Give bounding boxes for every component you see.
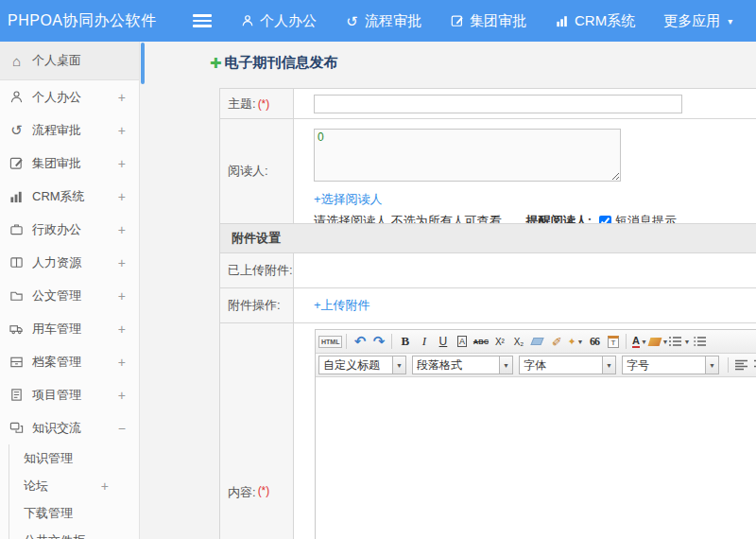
editor-highlight-button[interactable]: ▼ (649, 332, 668, 351)
sidebar-subitem-download-mgmt[interactable]: 下载管理 (9, 499, 139, 527)
top-nav-crm[interactable]: CRM系统 (555, 12, 635, 30)
toolbar-separator (626, 334, 627, 349)
top-nav-label: 集团审批 (470, 12, 526, 30)
editor-editing-area[interactable] (316, 377, 756, 539)
expand-toggle[interactable]: + (118, 222, 126, 237)
editor-paragraph-format-select[interactable]: 段落格式 ▼ (412, 356, 513, 374)
top-nav-workflow-approval[interactable]: ↺ 流程审批 (345, 12, 421, 30)
sidebar-item-personal-office[interactable]: 个人办公 + (0, 80, 139, 113)
editor-font-color-button[interactable]: A▼ (630, 332, 648, 351)
expand-toggle[interactable]: + (118, 388, 126, 403)
editor-toolbar-row2: 自定义标题 ▼ 段落格式 ▼ 字体 ▼ (316, 354, 756, 377)
sidebar-subitem-knowledge-mgmt[interactable]: 知识管理 (9, 444, 139, 472)
top-nav-personal-office[interactable]: 个人办公 (240, 12, 317, 30)
editor-bold-button[interactable]: B (396, 332, 414, 351)
editor-font-family-select[interactable]: 字体 ▼ (519, 356, 616, 374)
top-nav-label: CRM系统 (575, 12, 635, 30)
select-readers-link[interactable]: +选择阅读人 (314, 191, 756, 208)
editor-auto-format-button[interactable]: ✦▼ (566, 332, 584, 351)
chevron-down-icon: ▼ (602, 356, 616, 374)
expand-toggle[interactable]: + (118, 322, 126, 337)
sidebar: ⌂ 个人桌面 个人办公 + ↺ 流程审批 + 集团审批 + (0, 42, 140, 539)
upload-attachment-link[interactable]: +上传附件 (314, 297, 370, 314)
required-mark: (*) (258, 97, 270, 111)
sidebar-item-admin-office[interactable]: 行政办公 + (0, 213, 139, 246)
expand-toggle[interactable]: + (118, 123, 126, 138)
chevron-down-icon: ▼ (577, 339, 584, 345)
bar-chart-icon (555, 14, 569, 28)
archive-box-icon (9, 354, 25, 370)
sidebar-subitem-label: 论坛 (24, 478, 101, 495)
editor-superscript-button[interactable]: X² (490, 332, 508, 351)
sidebar-item-label: 流程审批 (32, 122, 118, 139)
editor-custom-title-select[interactable]: 自定义标题 ▼ (318, 356, 406, 374)
hamburger-menu-button[interactable] (193, 14, 212, 27)
sidebar-subitem-public-file-cabinet[interactable]: 公共文件柜 (9, 527, 139, 539)
editor-toolbar-row1: HTML ↶ ↷ B I U A ABC X² X₂ (316, 330, 756, 354)
editor-font-size-select[interactable]: 字号 ▼ (622, 356, 719, 374)
sidebar-item-workflow-approval[interactable]: ↺ 流程审批 + (0, 113, 139, 147)
sms-notify-checkbox[interactable] (599, 216, 611, 225)
sidebar-item-label: 行政办公 (32, 221, 118, 238)
expand-toggle[interactable]: + (118, 189, 126, 204)
expand-toggle[interactable]: + (118, 90, 126, 105)
sidebar-item-label: 人力资源 (32, 254, 118, 271)
expand-toggle[interactable]: + (118, 156, 126, 171)
publish-form: 主题: (*) 阅读人: 0 +选择阅读人 请选择阅读人,不选为所有人可查看 (219, 88, 756, 539)
user-icon (240, 14, 254, 28)
sidebar-item-label: 项目管理 (32, 387, 118, 404)
uploaded-attachments-value-cell (294, 253, 756, 287)
sms-notify-label: 短消息提示 (615, 213, 677, 224)
editor-underline-button[interactable]: U (434, 332, 452, 351)
editor-html-source-button[interactable]: HTML (318, 336, 342, 348)
expand-toggle[interactable]: − (118, 421, 126, 436)
expand-toggle[interactable]: + (101, 478, 109, 494)
clipboard-icon: T (608, 336, 619, 348)
editor-paste-text-button[interactable]: T (604, 332, 622, 351)
editor-strikethrough-button[interactable]: ABC (472, 332, 490, 351)
rich-text-editor: HTML ↶ ↷ B I U A ABC X² X₂ (315, 329, 756, 539)
readers-value-cell: 0 +选择阅读人 请选择阅读人,不选为所有人可查看 提醒阅读人: 短消息提示 (294, 119, 756, 223)
eraser-icon (531, 338, 544, 345)
align-left-icon (735, 359, 748, 371)
sidebar-item-document-mgmt[interactable]: 公文管理 + (0, 279, 139, 312)
sidebar-subitem-label: 下载管理 (24, 505, 109, 522)
sidebar-item-label: CRM系统 (32, 188, 118, 205)
sidebar-item-hr[interactable]: 人力资源 + (0, 246, 139, 279)
sidebar-subitem-forum[interactable]: 论坛 + (9, 472, 139, 499)
top-nav-group-approval[interactable]: 集团审批 (450, 12, 526, 30)
sidebar-item-vehicle-mgmt[interactable]: 用车管理 + (0, 312, 139, 345)
attachment-section-header: 附件设置 (220, 224, 756, 253)
editor-ordered-list-button[interactable]: ▼ (669, 332, 690, 351)
unordered-list-icon (694, 336, 707, 347)
sidebar-item-personal-desktop[interactable]: ⌂ 个人桌面 (0, 42, 139, 80)
editor-align-center-button[interactable] (751, 356, 756, 374)
readers-textarea[interactable]: 0 (314, 129, 621, 182)
sidebar-item-archive-mgmt[interactable]: 档案管理 + (0, 345, 139, 378)
expand-toggle[interactable]: + (118, 288, 126, 304)
sidebar-item-group-approval[interactable]: 集团审批 + (0, 147, 139, 180)
attachment-action-label: 附件操作: (220, 288, 294, 322)
editor-italic-button[interactable]: I (415, 332, 433, 351)
sidebar-item-crm[interactable]: CRM系统 + (0, 180, 139, 213)
sidebar-item-label: 知识交流 (32, 420, 118, 437)
editor-subscript-button[interactable]: X₂ (509, 332, 527, 351)
editor-eraser-button[interactable] (528, 332, 546, 351)
expand-toggle[interactable]: + (118, 355, 126, 370)
main-content: ✚ 电子期刊信息发布 主题: (*) 阅读人: 0 (145, 42, 756, 539)
editor-format-brush-button[interactable]: ✎ (547, 333, 566, 351)
editor-align-left-button[interactable] (732, 356, 750, 374)
editor-undo-button[interactable]: ↶ (351, 332, 369, 351)
sidebar-item-project-mgmt[interactable]: 项目管理 + (0, 378, 139, 411)
expand-toggle[interactable]: + (118, 255, 126, 270)
top-nav-more-apps[interactable]: 更多应用 ▾ (663, 12, 732, 30)
editor-redo-button[interactable]: ↷ (369, 332, 387, 351)
home-icon: ⌂ (9, 53, 25, 69)
editor-font-border-button[interactable]: A (453, 332, 471, 351)
green-plus-icon: ✚ (210, 55, 222, 72)
subject-input[interactable] (314, 95, 682, 113)
editor-unordered-list-button[interactable] (691, 332, 709, 351)
sidebar-item-knowledge-exchange[interactable]: 知识交流 − (0, 411, 139, 444)
editor-blockquote-button[interactable]: 66 (585, 332, 603, 351)
folder-icon (9, 287, 25, 304)
